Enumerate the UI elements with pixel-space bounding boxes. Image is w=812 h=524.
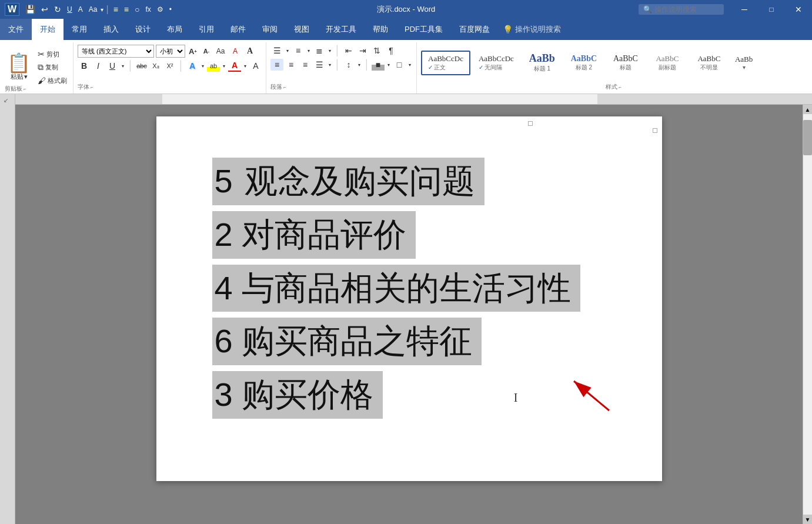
bullets-dropdown[interactable]: ▾ bbox=[285, 45, 290, 56]
text-highlight-dropdown[interactable]: ▾ bbox=[221, 60, 227, 72]
style-no-spacing[interactable]: AaBbCcDc ✓无间隔 bbox=[472, 51, 520, 75]
style-subtitle[interactable]: AaBbC 副标题 bbox=[647, 51, 687, 75]
close-button[interactable]: ✕ bbox=[785, 0, 812, 19]
shading-dropdown[interactable]: ▾ bbox=[386, 59, 392, 71]
tab-baidu[interactable]: 百度网盘 bbox=[451, 19, 498, 40]
maximize-button[interactable]: □ bbox=[758, 0, 785, 19]
text-effect-dropdown[interactable]: ▾ bbox=[200, 60, 206, 72]
text-format-btn[interactable]: A bbox=[76, 4, 85, 15]
style-title[interactable]: AaBbC 标题 bbox=[606, 51, 646, 75]
search-box[interactable]: 🔍 bbox=[639, 4, 724, 15]
tab-help[interactable]: 帮助 bbox=[365, 19, 396, 40]
numbering-button[interactable]: ≡ bbox=[292, 45, 305, 56]
format-painter-button[interactable]: 🖌 格式刷 bbox=[35, 75, 69, 86]
clipboard-expand-icon[interactable]: ⌐ bbox=[24, 86, 26, 92]
style-normal[interactable]: AaBbCcDc ✓正文 bbox=[421, 51, 470, 75]
superscript-button[interactable]: X² bbox=[163, 60, 176, 72]
bold-button[interactable]: B bbox=[78, 60, 91, 72]
save-button[interactable]: 💾 bbox=[23, 4, 38, 15]
redo-button[interactable]: ↻ bbox=[52, 4, 64, 15]
borders-button[interactable]: □ bbox=[393, 59, 406, 71]
font-family-select[interactable]: 等线 (西文正文) bbox=[78, 45, 154, 58]
shrink-font-button[interactable]: A- bbox=[201, 45, 212, 57]
scroll-track[interactable] bbox=[803, 114, 812, 515]
style-subtle-emph[interactable]: AaBbC 不明显 bbox=[689, 51, 729, 75]
tab-references[interactable]: 引用 bbox=[191, 19, 222, 40]
strikethrough-button[interactable]: abc bbox=[135, 60, 148, 72]
text-color-dropdown[interactable]: ▾ bbox=[242, 60, 248, 72]
scroll-thumb[interactable] bbox=[803, 120, 812, 155]
bullets-list-button[interactable]: ☰ bbox=[270, 45, 283, 56]
marks-button[interactable]: ¶ bbox=[385, 45, 397, 56]
bullets-btn[interactable]: ≡ bbox=[111, 4, 121, 15]
numbering-dropdown[interactable]: ▾ bbox=[306, 45, 312, 56]
undo-button[interactable]: ↩ bbox=[39, 4, 51, 15]
style-heading1[interactable]: AaBb 标题 1 bbox=[522, 49, 562, 76]
grow-font-button[interactable]: A+ bbox=[187, 45, 199, 57]
clear-format-button[interactable]: A bbox=[229, 45, 242, 57]
italic-button[interactable]: I bbox=[92, 60, 105, 72]
font-size-select[interactable]: 小初 bbox=[156, 45, 185, 58]
font-expand-icon[interactable]: ⌐ bbox=[91, 85, 93, 90]
document-page[interactable]: 5观念及购买问题 2 对商品评价 4 与商品相关的生活习性 bbox=[156, 116, 662, 481]
text-line-4[interactable]: 6 购买商品之特征 bbox=[212, 318, 606, 365]
tab-design[interactable]: 设计 bbox=[127, 19, 159, 40]
circle-btn[interactable]: ○ bbox=[132, 4, 142, 15]
increase-indent-button[interactable]: ⇥ bbox=[356, 45, 369, 56]
scroll-up-button[interactable]: ▲ bbox=[803, 105, 812, 114]
decrease-indent-button[interactable]: ⇤ bbox=[342, 45, 355, 56]
tab-mail[interactable]: 邮件 bbox=[222, 19, 254, 40]
underline-quick-btn[interactable]: U bbox=[65, 4, 75, 15]
text-line-2[interactable]: 2 对商品评价 bbox=[212, 211, 606, 259]
styles-expand-icon[interactable]: ⌐ bbox=[619, 85, 621, 90]
text-line-5[interactable]: 3 购买价格 bbox=[212, 371, 606, 419]
line-spacing-button[interactable]: ↕ bbox=[342, 59, 355, 71]
tab-insert[interactable]: 插入 bbox=[95, 19, 127, 40]
case-button[interactable]: Aa bbox=[214, 45, 227, 57]
tab-layout[interactable]: 布局 bbox=[159, 19, 191, 40]
text-color-button[interactable]: A bbox=[228, 60, 241, 72]
ruler-corner[interactable]: ↙ bbox=[0, 94, 15, 105]
justify-dropdown[interactable]: ▾ bbox=[327, 59, 333, 71]
dropdown-arrow[interactable]: ▾ bbox=[101, 6, 103, 13]
multilevel-dropdown[interactable]: ▾ bbox=[327, 45, 333, 56]
underline-button[interactable]: U bbox=[106, 60, 119, 72]
sort-button[interactable]: ⇅ bbox=[370, 45, 383, 56]
align-right-button[interactable]: ≡ bbox=[299, 59, 312, 71]
tab-review[interactable]: 审阅 bbox=[254, 19, 286, 40]
aa-btn[interactable]: Aa bbox=[86, 4, 100, 15]
tab-home[interactable]: 开始 bbox=[32, 19, 64, 40]
tab-search[interactable]: 💡 操作说明搜索 bbox=[498, 19, 566, 40]
para-expand-icon[interactable]: ⌐ bbox=[283, 85, 286, 90]
scroll-down-button[interactable]: ▼ bbox=[803, 515, 812, 524]
tab-file[interactable]: 文件 bbox=[0, 19, 32, 40]
text-effect-button[interactable]: A bbox=[186, 60, 199, 72]
borders-dropdown[interactable]: ▾ bbox=[407, 59, 413, 71]
style-more[interactable]: AaBb ▾ bbox=[731, 52, 757, 74]
style-heading2[interactable]: AaBbC 标题 2 bbox=[564, 51, 604, 75]
align-center-button[interactable]: ≡ bbox=[285, 59, 298, 71]
align-left-button[interactable]: ≡ bbox=[270, 59, 283, 71]
clear-all-format-button[interactable]: A bbox=[249, 60, 262, 72]
more-btn[interactable]: • bbox=[167, 4, 174, 15]
tab-developer[interactable]: 开发工具 bbox=[318, 19, 365, 40]
search-input[interactable] bbox=[654, 5, 719, 14]
tab-common[interactable]: 常用 bbox=[64, 19, 95, 40]
underline-dropdown[interactable]: ▾ bbox=[120, 60, 126, 72]
minimize-button[interactable]: ─ bbox=[731, 0, 758, 19]
tab-view[interactable]: 视图 bbox=[286, 19, 318, 40]
vertical-scrollbar[interactable]: ▲ ▼ bbox=[803, 105, 812, 524]
shading-button[interactable]: ■ bbox=[372, 59, 385, 71]
text-highlight-button[interactable]: ab bbox=[207, 60, 220, 72]
list-btn[interactable]: ≡ bbox=[122, 4, 131, 15]
fx-btn[interactable]: fx bbox=[143, 4, 153, 15]
font-a-button[interactable]: A bbox=[243, 45, 256, 57]
settings-btn[interactable]: ⚙ bbox=[155, 4, 166, 15]
multilevel-button[interactable]: ≣ bbox=[313, 45, 326, 56]
text-line-1[interactable]: 5观念及购买问题 bbox=[212, 158, 606, 205]
line-spacing-dropdown[interactable]: ▾ bbox=[356, 59, 362, 71]
cut-button[interactable]: ✂ 剪切 bbox=[35, 48, 69, 60]
doc-canvas[interactable]: 5观念及购买问题 2 对商品评价 4 与商品相关的生活习性 bbox=[15, 105, 803, 524]
subscript-button[interactable]: X₂ bbox=[149, 60, 162, 72]
justify-button[interactable]: ☰ bbox=[313, 59, 326, 71]
